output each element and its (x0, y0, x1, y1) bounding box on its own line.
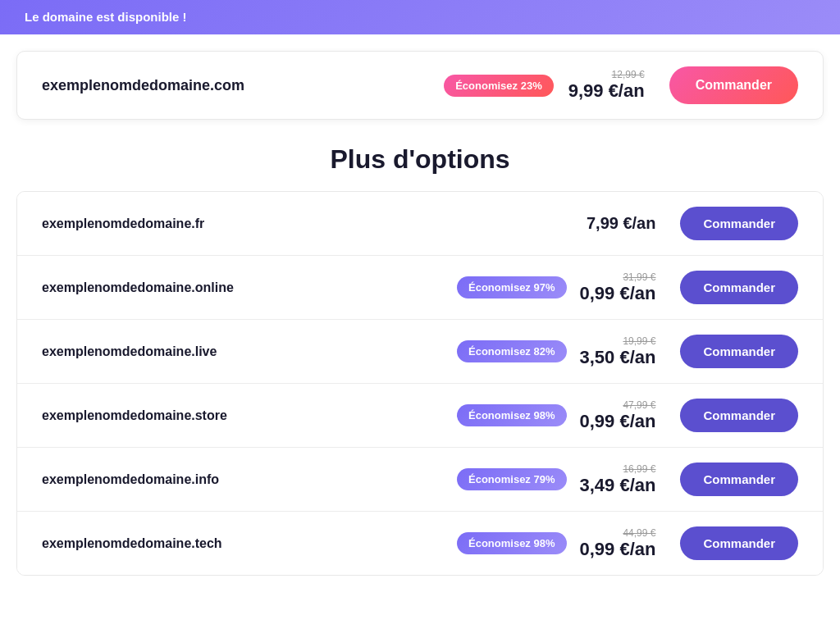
option-old-price: 47,99 € (580, 399, 656, 411)
option-savings-badge: Économisez 98% (457, 532, 567, 554)
option-old-price: 16,99 € (580, 463, 656, 475)
plus-options-title: Plus d'options (0, 144, 840, 175)
primary-old-price: 12,99 € (568, 69, 645, 80)
option-price-section: Économisez 98%47,99 €0,99 €/an (349, 399, 655, 432)
option-current-price: 0,99 €/an (580, 411, 656, 431)
option-old-price: 44,99 € (580, 527, 656, 539)
option-commander-button[interactable]: Commander (680, 207, 798, 240)
option-domain-name: exemplenomdedomaine.tech (42, 536, 349, 551)
option-row: exemplenomdedomaine.infoÉconomisez 79%16… (17, 448, 823, 512)
primary-savings-badge: Économisez 23% (444, 75, 554, 97)
option-old-price: 31,99 € (580, 271, 656, 283)
option-old-price: 19,99 € (580, 335, 656, 347)
available-banner: Le domaine est disponible ! (0, 0, 840, 34)
option-price-block: 16,99 €3,49 €/an (580, 463, 656, 496)
primary-domain-card: exemplenomdedomaine.com Économisez 23% 1… (16, 51, 824, 120)
option-commander-button[interactable]: Commander (680, 399, 798, 432)
option-row: exemplenomdedomaine.storeÉconomisez 98%4… (17, 384, 823, 448)
option-domain-name: exemplenomdedomaine.live (42, 344, 349, 359)
option-price-block: 19,99 €3,50 €/an (580, 335, 656, 368)
option-commander-button[interactable]: Commander (680, 271, 798, 304)
option-commander-button[interactable]: Commander (680, 463, 798, 496)
option-price-block: 47,99 €0,99 €/an (580, 399, 656, 432)
option-price-section: 7,99 €/an (349, 214, 655, 233)
primary-current-price: 9,99 €/an (568, 80, 645, 101)
option-row: exemplenomdedomaine.fr7,99 €/anCommander (17, 192, 823, 256)
option-price-block: 44,99 €0,99 €/an (580, 527, 656, 560)
option-price-section: Économisez 97%31,99 €0,99 €/an (349, 271, 655, 304)
option-current-price: 3,49 €/an (580, 475, 656, 495)
available-banner-text: Le domaine est disponible ! (25, 10, 187, 24)
option-domain-name: exemplenomdedomaine.online (42, 280, 349, 295)
option-row: exemplenomdedomaine.liveÉconomisez 82%19… (17, 320, 823, 384)
option-domain-name: exemplenomdedomaine.store (42, 408, 349, 423)
option-price-section: Économisez 82%19,99 €3,50 €/an (349, 335, 655, 368)
page-wrapper: Le domaine est disponible ! exemplenomde… (0, 0, 840, 638)
option-row: exemplenomdedomaine.onlineÉconomisez 97%… (17, 256, 823, 320)
option-commander-button[interactable]: Commander (680, 526, 798, 560)
option-price-block: 31,99 €0,99 €/an (580, 271, 656, 304)
primary-price-section: Économisez 23% 12,99 € 9,99 €/an (343, 69, 644, 102)
option-savings-badge: Économisez 98% (457, 404, 567, 426)
option-current-price: 0,99 €/an (580, 539, 656, 559)
option-price-section: Économisez 79%16,99 €3,49 €/an (349, 463, 655, 496)
option-savings-badge: Économisez 82% (457, 340, 567, 362)
primary-price-block: 12,99 € 9,99 €/an (568, 69, 645, 102)
option-price-section: Économisez 98%44,99 €0,99 €/an (349, 527, 655, 560)
option-commander-button[interactable]: Commander (680, 335, 798, 368)
option-domain-name: exemplenomdedomaine.fr (42, 216, 349, 231)
option-current-price: 0,99 €/an (580, 283, 656, 303)
primary-commander-button[interactable]: Commander (669, 66, 798, 104)
option-row: exemplenomdedomaine.techÉconomisez 98%44… (17, 512, 823, 575)
options-table: exemplenomdedomaine.fr7,99 €/anCommander… (16, 191, 824, 576)
primary-domain-name: exemplenomdedomaine.com (42, 77, 343, 94)
option-savings-badge: Économisez 97% (457, 276, 567, 298)
option-domain-name: exemplenomdedomaine.info (42, 472, 349, 487)
option-current-price: 7,99 €/an (587, 214, 656, 233)
option-current-price: 3,50 €/an (580, 347, 656, 367)
option-savings-badge: Économisez 79% (457, 468, 567, 490)
